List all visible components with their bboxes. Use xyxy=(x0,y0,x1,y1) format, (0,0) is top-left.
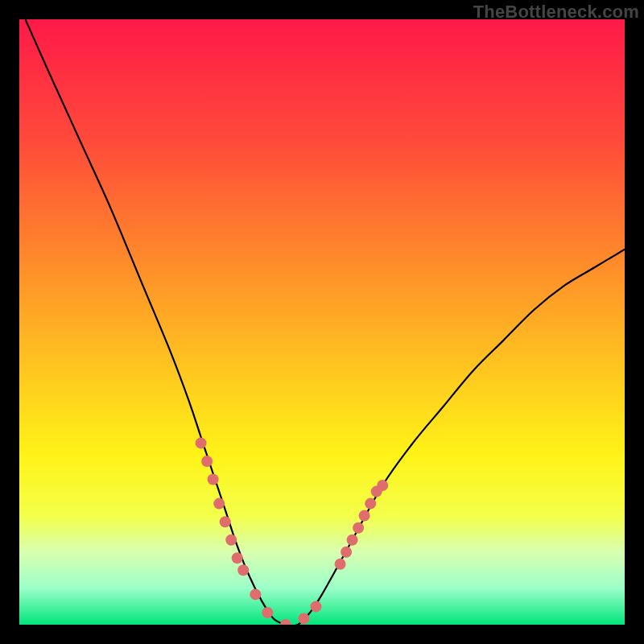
marker-dot xyxy=(347,535,358,546)
marker-dot xyxy=(365,498,376,510)
gradient-background xyxy=(19,19,625,625)
watermark-text: TheBottleneck.com xyxy=(473,2,639,23)
marker-dot xyxy=(196,437,207,448)
marker-dot xyxy=(335,559,346,570)
marker-dot xyxy=(353,522,364,534)
marker-dot xyxy=(201,456,213,467)
marker-dot xyxy=(262,607,273,618)
bottleneck-chart xyxy=(19,19,625,625)
marker-dot xyxy=(208,474,219,485)
marker-dot xyxy=(250,588,261,600)
marker-dot xyxy=(341,547,352,558)
marker-dot xyxy=(359,510,370,522)
chart-frame xyxy=(19,19,625,625)
marker-dot xyxy=(220,516,231,527)
marker-dot xyxy=(213,498,225,510)
marker-dot xyxy=(237,564,249,576)
marker-dot xyxy=(232,552,243,564)
marker-dot xyxy=(311,601,322,612)
marker-dot xyxy=(377,480,388,491)
marker-dot xyxy=(225,535,237,546)
marker-dot xyxy=(298,613,309,625)
